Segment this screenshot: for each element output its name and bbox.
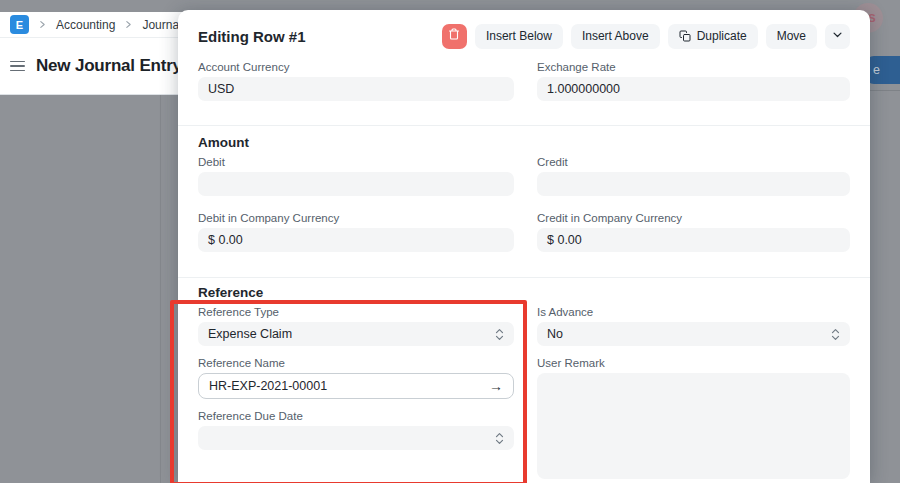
field-credit-company-currency: Credit in Company Currency $ 0.00: [537, 212, 850, 252]
arrow-right-icon[interactable]: →: [489, 378, 503, 394]
select-value: No: [547, 327, 563, 341]
reference-type-select[interactable]: Expense Claim: [198, 322, 514, 346]
section-heading-reference: Reference: [198, 285, 850, 300]
account-currency-input[interactable]: USD: [198, 77, 514, 101]
field-debit-company-currency: Debit in Company Currency $ 0.00: [198, 212, 514, 252]
section-heading-amount: Amount: [198, 135, 850, 150]
sidebar-divider-dimmed: [160, 95, 161, 483]
is-advance-select[interactable]: No: [537, 322, 850, 346]
duplicate-button[interactable]: Duplicate: [668, 24, 758, 49]
field-reference-due-date: Reference Due Date: [198, 410, 514, 450]
field-label: Account Currency: [198, 61, 514, 73]
reference-due-date-select[interactable]: [198, 426, 514, 450]
field-label: Credit in Company Currency: [537, 212, 850, 224]
field-reference-name: Reference Name HR-EXP-2021-00001 →: [198, 357, 514, 399]
field-is-advance: Is Advance No: [537, 306, 850, 346]
field-credit: Credit: [537, 156, 850, 196]
field-label: Reference Name: [198, 357, 514, 369]
page-title: New Journal Entry: [36, 56, 182, 76]
credit-company-currency-input[interactable]: $ 0.00: [537, 228, 850, 252]
delete-row-button[interactable]: [442, 24, 467, 49]
select-chevrons-icon: [831, 328, 840, 341]
app-logo-icon[interactable]: E: [10, 15, 29, 34]
duplicate-icon: [679, 30, 691, 42]
field-label: User Remark: [537, 357, 850, 369]
trash-icon: [448, 24, 460, 49]
save-button[interactable]: e: [866, 56, 900, 84]
debit-company-currency-input[interactable]: $ 0.00: [198, 228, 514, 252]
chevron-right-icon: [124, 20, 133, 29]
reference-name-input[interactable]: HR-EXP-2021-00001 →: [198, 373, 514, 399]
modal-title: Editing Row #1: [198, 28, 306, 45]
insert-below-button[interactable]: Insert Below: [475, 24, 563, 49]
field-debit: Debit: [198, 156, 514, 196]
field-label: Debit in Company Currency: [198, 212, 514, 224]
app-screen: BS e E Accounting Journal Entry New Jour…: [0, 0, 900, 483]
exchange-rate-input[interactable]: 1.000000000: [537, 77, 850, 101]
field-account-currency: Account Currency USD: [198, 61, 514, 101]
section-divider: [178, 125, 870, 126]
field-reference-type: Reference Type Expense Claim: [198, 306, 514, 346]
header-divider-dimmed: [870, 90, 900, 91]
duplicate-label: Duplicate: [697, 24, 747, 49]
menu-icon[interactable]: [10, 61, 25, 72]
credit-input[interactable]: [537, 172, 850, 196]
select-value: Expense Claim: [208, 327, 292, 341]
breadcrumb-accounting[interactable]: Accounting: [56, 18, 115, 32]
select-chevrons-icon: [495, 328, 504, 341]
move-button[interactable]: Move: [766, 24, 817, 49]
debit-input[interactable]: [198, 172, 514, 196]
link-value: HR-EXP-2021-00001: [209, 379, 327, 393]
edit-row-modal: Editing Row #1 Insert Below Insert Above…: [178, 10, 870, 483]
insert-above-button[interactable]: Insert Above: [571, 24, 660, 49]
section-divider: [178, 277, 870, 278]
chevron-down-icon: [832, 24, 843, 49]
reference-right-column: Is Advance No User Remark: [537, 306, 850, 479]
field-label: Reference Due Date: [198, 410, 514, 422]
user-remark-textarea[interactable]: [537, 373, 850, 479]
field-label: Debit: [198, 156, 514, 168]
field-user-remark: User Remark: [537, 357, 850, 479]
chevron-right-icon: [38, 20, 47, 29]
field-label: Exchange Rate: [537, 61, 850, 73]
more-actions-button[interactable]: [825, 24, 850, 49]
field-label: Is Advance: [537, 306, 850, 318]
field-label: Reference Type: [198, 306, 514, 318]
field-label: Credit: [537, 156, 850, 168]
select-chevrons-icon: [495, 432, 504, 445]
modal-toolbar: Insert Below Insert Above Duplicate Move: [442, 24, 850, 49]
reference-fields-column: Reference Type Expense Claim Reference N…: [198, 306, 514, 479]
field-exchange-rate: Exchange Rate 1.000000000: [537, 61, 850, 101]
